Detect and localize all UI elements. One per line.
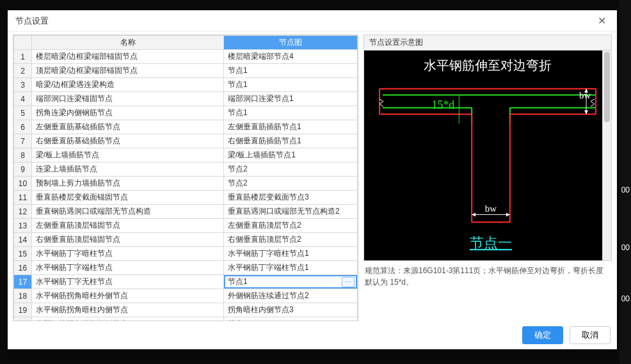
row-name[interactable]: 水平钢筋丁字无柱节点 — [32, 275, 224, 289]
row-index: 9 — [14, 162, 32, 177]
row-index: 6 — [14, 120, 32, 134]
row-name[interactable]: 连梁上墙插筋节点 — [32, 162, 224, 177]
row-index: 4 — [14, 92, 32, 106]
row-node[interactable]: 节点2 — [224, 177, 358, 191]
table-row[interactable]: 17水平钢筋丁字无柱节点节点1⋯ — [14, 275, 358, 289]
row-name[interactable]: 暗梁/边框梁遇连梁构造 — [32, 78, 224, 92]
row-node[interactable]: 水平钢筋丁字暗柱节点1 — [224, 247, 358, 261]
more-icon[interactable]: ⋯ — [342, 277, 355, 287]
table-row[interactable]: 19水平钢筋拐角暗柱内侧节点拐角暗柱内侧节点3 — [14, 303, 358, 317]
table-row[interactable]: 16水平钢筋丁字端柱节点水平钢筋丁字端柱节点1 — [14, 261, 358, 275]
row-name[interactable]: 预制墙上剪力墙插筋节点 — [32, 177, 224, 191]
row-name[interactable]: 楼层暗梁/边框梁端部锚固节点 — [32, 50, 224, 64]
node-edit-value: 节点1 — [228, 276, 248, 287]
row-name[interactable]: 顶层暗梁/边框梁端部锚固节点 — [32, 64, 224, 78]
table-row[interactable]: 15水平钢筋丁字暗柱节点水平钢筋丁字暗柱节点1 — [14, 247, 358, 261]
row-name[interactable]: 垂直筋楼层变截面锚固节点 — [32, 191, 224, 205]
row-node[interactable]: 左侧垂直筋顶层节点2 — [224, 219, 358, 233]
row-index: 17 — [14, 275, 32, 289]
node-settings-dialog: 节点设置 ✕ 名称 节点图 1楼层暗梁/边框梁端部锚固节点楼层暗梁端部节点42顶… — [8, 10, 617, 349]
row-node[interactable]: 垂直筋遇洞口或端部无节点构造2 — [224, 205, 358, 219]
row-node[interactable]: 梁/板上墙插筋节点1 — [224, 148, 358, 162]
row-node[interactable]: 右侧垂直筋顶层节点2 — [224, 233, 358, 247]
diagram-title-text: 水平钢筋伸至对边弯折 — [424, 58, 552, 72]
col-index-header — [14, 36, 32, 50]
row-name[interactable]: 梁/板上墙插筋节点 — [32, 148, 224, 162]
table-row[interactable]: 2顶层暗梁/边框梁端部锚固节点节点1 — [14, 64, 358, 78]
table-row[interactable]: 10预制墙上剪力墙插筋节点节点2 — [14, 177, 358, 191]
row-name[interactable]: 左侧垂直筋顶层锚固节点 — [32, 219, 224, 233]
row-name[interactable]: 水平钢筋拐角暗柱外侧节点 — [32, 289, 224, 303]
diagram: 水平钢筋伸至对边弯折 — [363, 50, 612, 261]
table-row[interactable]: 13左侧垂直筋顶层锚固节点左侧垂直筋顶层节点2 — [14, 219, 358, 233]
row-name[interactable]: 左侧垂直筋基础插筋节点 — [32, 120, 224, 134]
col-name-header[interactable]: 名称 — [32, 36, 224, 50]
row-index: 12 — [14, 205, 32, 219]
row-node[interactable]: 节点1 — [224, 106, 358, 120]
svg-text:节点一: 节点一 — [470, 235, 512, 251]
table-row[interactable]: 8梁/板上墙插筋节点梁/板上墙插筋节点1 — [14, 148, 358, 162]
svg-text:15*d: 15*d — [432, 99, 455, 111]
table-row[interactable]: 20水平钢筋拐角端柱外侧节点节点3 — [14, 317, 358, 322]
dialog-footer: 确定 取消 — [8, 321, 617, 349]
table-row[interactable]: 3暗梁/边框梁遇连梁构造节点1 — [14, 78, 358, 92]
table-row[interactable]: 11垂直筋楼层变截面锚固节点垂直筋楼层变截面节点3 — [14, 191, 358, 205]
preview-scroll-thumb[interactable] — [604, 52, 610, 122]
col-node-header[interactable]: 节点图 — [224, 36, 358, 50]
row-name[interactable]: 垂直钢筋遇洞口或端部无节点构造 — [32, 205, 224, 219]
table-row[interactable]: 9连梁上墙插筋节点节点2 — [14, 162, 358, 177]
row-node[interactable]: 拐角暗柱内侧节点3 — [224, 303, 358, 317]
row-index: 19 — [14, 303, 32, 317]
node-table[interactable]: 名称 节点图 1楼层暗梁/边框梁端部锚固节点楼层暗梁端部节点42顶层暗梁/边框梁… — [13, 35, 358, 321]
table-row[interactable]: 5拐角连梁内侧钢筋节点节点1 — [14, 106, 358, 120]
row-index: 2 — [14, 64, 32, 78]
table-row[interactable]: 4端部洞口连梁锚固节点端部洞口连梁节点1 — [14, 92, 358, 106]
row-name[interactable]: 右侧垂直筋基础插筋节点 — [32, 134, 224, 148]
table-row[interactable]: 1楼层暗梁/边框梁端部锚固节点楼层暗梁端部节点4 — [14, 50, 358, 64]
row-node[interactable]: 楼层暗梁端部节点4 — [224, 50, 358, 64]
row-index: 11 — [14, 191, 32, 205]
node-edit-input[interactable]: 节点1⋯ — [224, 275, 357, 289]
row-name[interactable]: 水平钢筋拐角暗柱内侧节点 — [32, 303, 224, 317]
row-node[interactable]: 端部洞口连梁节点1 — [224, 92, 358, 106]
row-node[interactable]: 节点1 — [224, 78, 358, 92]
cancel-button[interactable]: 取消 — [570, 326, 611, 344]
row-index: 10 — [14, 177, 32, 191]
row-node[interactable]: 右侧垂直筋插筋节点1 — [224, 134, 358, 148]
preview-scrollbar[interactable] — [602, 51, 611, 260]
row-index: 15 — [14, 247, 32, 261]
row-index: 13 — [14, 219, 32, 233]
row-name[interactable]: 水平钢筋拐角端柱外侧节点 — [32, 317, 224, 322]
row-node[interactable]: 节点1⋯ — [224, 275, 358, 289]
preview-title: 节点设置示意图 — [363, 35, 612, 50]
row-name[interactable]: 右侧垂直筋顶层锚固节点 — [32, 233, 224, 247]
row-node[interactable]: 节点3 — [224, 317, 358, 322]
svg-rect-0 — [367, 51, 609, 260]
row-name[interactable]: 拐角连梁内侧钢筋节点 — [32, 106, 224, 120]
row-index: 18 — [14, 289, 32, 303]
row-name[interactable]: 水平钢筋丁字暗柱节点 — [32, 247, 224, 261]
row-name[interactable]: 水平钢筋丁字端柱节点 — [32, 261, 224, 275]
row-node[interactable]: 节点2 — [224, 162, 358, 177]
row-index: 7 — [14, 134, 32, 148]
ok-button[interactable]: 确定 — [522, 326, 563, 344]
row-index: 20 — [14, 317, 32, 322]
row-node[interactable]: 左侧垂直筋插筋节点1 — [224, 120, 358, 134]
row-node[interactable]: 节点1 — [224, 64, 358, 78]
row-node[interactable]: 垂直筋楼层变截面节点3 — [224, 191, 358, 205]
row-index: 5 — [14, 106, 32, 120]
dialog-title: 节点设置 — [15, 15, 49, 27]
row-node[interactable]: 外侧钢筋连续通过节点2 — [224, 289, 358, 303]
row-index: 14 — [14, 233, 32, 247]
table-row[interactable]: 14右侧垂直筋顶层锚固节点右侧垂直筋顶层节点2 — [14, 233, 358, 247]
bg-num: 00 — [621, 294, 630, 303]
close-icon[interactable]: ✕ — [594, 15, 609, 27]
row-index: 16 — [14, 261, 32, 275]
table-row[interactable]: 12垂直钢筋遇洞口或端部无节点构造垂直筋遇洞口或端部无节点构造2 — [14, 205, 358, 219]
table-row[interactable]: 7右侧垂直筋基础插筋节点右侧垂直筋插筋节点1 — [14, 134, 358, 148]
row-name[interactable]: 端部洞口连梁锚固节点 — [32, 92, 224, 106]
bg-num: 00 — [621, 186, 630, 194]
row-node[interactable]: 水平钢筋丁字端柱节点1 — [224, 261, 358, 275]
table-row[interactable]: 18水平钢筋拐角暗柱外侧节点外侧钢筋连续通过节点2 — [14, 289, 358, 303]
table-row[interactable]: 6左侧垂直筋基础插筋节点左侧垂直筋插筋节点1 — [14, 120, 358, 134]
